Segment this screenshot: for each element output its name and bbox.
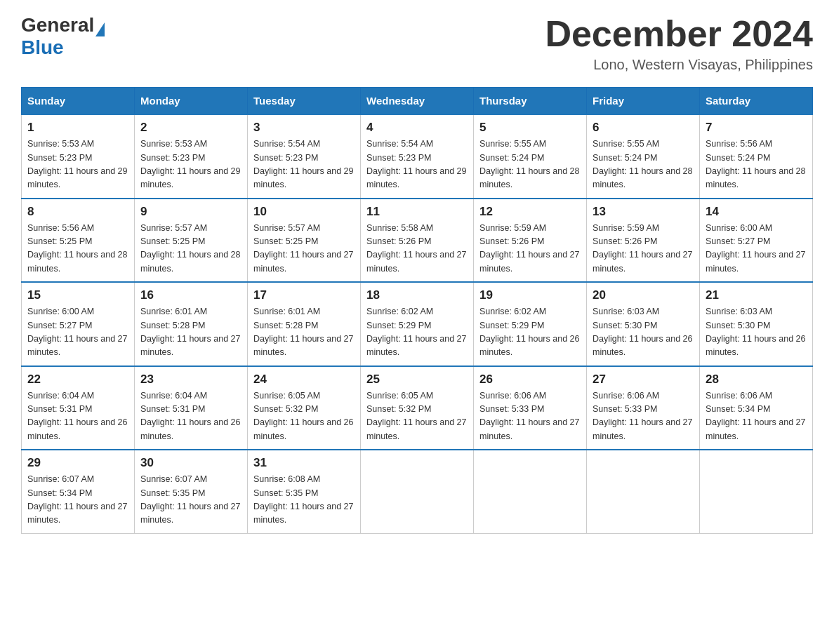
table-row: 9 Sunrise: 5:57 AM Sunset: 5:25 PM Dayli… <box>135 199 248 283</box>
day-number: 3 <box>253 121 355 135</box>
calendar-week-row: 8 Sunrise: 5:56 AM Sunset: 5:25 PM Dayli… <box>22 199 813 283</box>
day-info: Sunrise: 6:05 AM Sunset: 5:32 PM Dayligh… <box>253 389 355 444</box>
table-row: 5 Sunrise: 5:55 AM Sunset: 5:24 PM Dayli… <box>474 114 587 199</box>
day-info: Sunrise: 6:06 AM Sunset: 5:33 PM Dayligh… <box>593 389 694 444</box>
day-info: Sunrise: 5:59 AM Sunset: 5:26 PM Dayligh… <box>479 222 581 276</box>
day-number: 25 <box>366 373 468 387</box>
table-row: 28 Sunrise: 6:06 AM Sunset: 5:34 PM Dayl… <box>700 366 813 450</box>
col-header-wednesday: Wednesday <box>361 88 474 115</box>
table-row: 6 Sunrise: 5:55 AM Sunset: 5:24 PM Dayli… <box>587 114 700 199</box>
day-number: 24 <box>253 373 355 387</box>
day-info: Sunrise: 5:54 AM Sunset: 5:23 PM Dayligh… <box>253 137 355 192</box>
table-row: 27 Sunrise: 6:06 AM Sunset: 5:33 PM Dayl… <box>587 366 700 450</box>
table-row: 7 Sunrise: 5:56 AM Sunset: 5:24 PM Dayli… <box>700 114 813 199</box>
table-row: 21 Sunrise: 6:03 AM Sunset: 5:30 PM Dayl… <box>700 282 813 366</box>
day-number: 12 <box>479 205 581 219</box>
day-number: 10 <box>253 205 355 219</box>
table-row <box>474 450 587 533</box>
day-info: Sunrise: 6:01 AM Sunset: 5:28 PM Dayligh… <box>253 305 355 360</box>
table-row: 29 Sunrise: 6:07 AM Sunset: 5:34 PM Dayl… <box>22 450 135 533</box>
table-row: 8 Sunrise: 5:56 AM Sunset: 5:25 PM Dayli… <box>22 199 135 283</box>
day-number: 22 <box>27 373 128 387</box>
table-row: 16 Sunrise: 6:01 AM Sunset: 5:28 PM Dayl… <box>135 282 248 366</box>
table-row: 30 Sunrise: 6:07 AM Sunset: 5:35 PM Dayl… <box>135 450 248 533</box>
table-row <box>361 450 474 533</box>
col-header-thursday: Thursday <box>474 88 587 115</box>
table-row: 18 Sunrise: 6:02 AM Sunset: 5:29 PM Dayl… <box>361 282 474 366</box>
table-row: 24 Sunrise: 6:05 AM Sunset: 5:32 PM Dayl… <box>248 366 361 450</box>
day-number: 20 <box>593 288 694 302</box>
day-info: Sunrise: 6:01 AM Sunset: 5:28 PM Dayligh… <box>140 305 241 360</box>
table-row: 23 Sunrise: 6:04 AM Sunset: 5:31 PM Dayl… <box>135 366 248 450</box>
day-info: Sunrise: 6:04 AM Sunset: 5:31 PM Dayligh… <box>140 389 241 444</box>
page-header: General Blue December 2024 Lono, Western… <box>21 14 813 73</box>
day-number: 16 <box>140 288 241 302</box>
day-info: Sunrise: 5:58 AM Sunset: 5:26 PM Dayligh… <box>366 222 468 276</box>
day-info: Sunrise: 6:02 AM Sunset: 5:29 PM Dayligh… <box>366 305 468 360</box>
table-row <box>700 450 813 533</box>
table-row: 3 Sunrise: 5:54 AM Sunset: 5:23 PM Dayli… <box>248 114 361 199</box>
day-number: 26 <box>479 373 581 387</box>
day-number: 5 <box>479 121 581 135</box>
day-info: Sunrise: 5:57 AM Sunset: 5:25 PM Dayligh… <box>253 222 355 276</box>
table-row <box>587 450 700 533</box>
col-header-friday: Friday <box>587 88 700 115</box>
calendar-table: Sunday Monday Tuesday Wednesday Thursday… <box>21 87 813 534</box>
day-info: Sunrise: 5:57 AM Sunset: 5:25 PM Dayligh… <box>140 222 241 276</box>
day-number: 30 <box>140 456 241 470</box>
day-number: 11 <box>366 205 468 219</box>
table-row: 2 Sunrise: 5:53 AM Sunset: 5:23 PM Dayli… <box>135 114 248 199</box>
calendar-week-row: 15 Sunrise: 6:00 AM Sunset: 5:27 PM Dayl… <box>22 282 813 366</box>
day-number: 27 <box>593 373 694 387</box>
table-row: 11 Sunrise: 5:58 AM Sunset: 5:26 PM Dayl… <box>361 199 474 283</box>
day-number: 2 <box>140 121 241 135</box>
day-number: 21 <box>706 288 807 302</box>
day-info: Sunrise: 6:06 AM Sunset: 5:34 PM Dayligh… <box>706 389 807 444</box>
col-header-tuesday: Tuesday <box>248 88 361 115</box>
day-number: 28 <box>706 373 807 387</box>
table-row: 20 Sunrise: 6:03 AM Sunset: 5:30 PM Dayl… <box>587 282 700 366</box>
calendar-week-row: 1 Sunrise: 5:53 AM Sunset: 5:23 PM Dayli… <box>22 114 813 199</box>
table-row: 12 Sunrise: 5:59 AM Sunset: 5:26 PM Dayl… <box>474 199 587 283</box>
location-subtitle: Lono, Western Visayas, Philippines <box>545 57 813 73</box>
table-row: 1 Sunrise: 5:53 AM Sunset: 5:23 PM Dayli… <box>22 114 135 199</box>
day-number: 19 <box>479 288 581 302</box>
day-info: Sunrise: 5:55 AM Sunset: 5:24 PM Dayligh… <box>479 137 581 192</box>
day-number: 9 <box>140 205 241 219</box>
day-number: 14 <box>706 205 807 219</box>
table-row: 17 Sunrise: 6:01 AM Sunset: 5:28 PM Dayl… <box>248 282 361 366</box>
table-row: 22 Sunrise: 6:04 AM Sunset: 5:31 PM Dayl… <box>22 366 135 450</box>
table-row: 19 Sunrise: 6:02 AM Sunset: 5:29 PM Dayl… <box>474 282 587 366</box>
table-row: 10 Sunrise: 5:57 AM Sunset: 5:25 PM Dayl… <box>248 199 361 283</box>
table-row: 25 Sunrise: 6:05 AM Sunset: 5:32 PM Dayl… <box>361 366 474 450</box>
table-row: 15 Sunrise: 6:00 AM Sunset: 5:27 PM Dayl… <box>22 282 135 366</box>
day-info: Sunrise: 5:53 AM Sunset: 5:23 PM Dayligh… <box>140 137 241 192</box>
calendar-week-row: 22 Sunrise: 6:04 AM Sunset: 5:31 PM Dayl… <box>22 366 813 450</box>
day-info: Sunrise: 6:05 AM Sunset: 5:32 PM Dayligh… <box>366 389 468 444</box>
day-number: 23 <box>140 373 241 387</box>
day-info: Sunrise: 6:06 AM Sunset: 5:33 PM Dayligh… <box>479 389 581 444</box>
day-info: Sunrise: 5:56 AM Sunset: 5:24 PM Dayligh… <box>706 137 807 192</box>
col-header-sunday: Sunday <box>22 88 135 115</box>
day-info: Sunrise: 6:02 AM Sunset: 5:29 PM Dayligh… <box>479 305 581 360</box>
day-info: Sunrise: 5:59 AM Sunset: 5:26 PM Dayligh… <box>593 222 694 276</box>
logo: General Blue <box>21 14 105 59</box>
col-header-monday: Monday <box>135 88 248 115</box>
day-info: Sunrise: 5:53 AM Sunset: 5:23 PM Dayligh… <box>27 137 128 192</box>
day-number: 13 <box>593 205 694 219</box>
col-header-saturday: Saturday <box>700 88 813 115</box>
day-number: 6 <box>593 121 694 135</box>
day-number: 15 <box>27 288 128 302</box>
day-info: Sunrise: 6:07 AM Sunset: 5:34 PM Dayligh… <box>27 473 128 528</box>
day-number: 17 <box>253 288 355 302</box>
table-row: 13 Sunrise: 5:59 AM Sunset: 5:26 PM Dayl… <box>587 199 700 283</box>
day-info: Sunrise: 5:54 AM Sunset: 5:23 PM Dayligh… <box>366 137 468 192</box>
table-row: 4 Sunrise: 5:54 AM Sunset: 5:23 PM Dayli… <box>361 114 474 199</box>
day-number: 4 <box>366 121 468 135</box>
day-info: Sunrise: 6:03 AM Sunset: 5:30 PM Dayligh… <box>593 305 694 360</box>
day-info: Sunrise: 6:00 AM Sunset: 5:27 PM Dayligh… <box>27 305 128 360</box>
month-title: December 2024 <box>545 14 813 54</box>
day-number: 31 <box>253 456 355 470</box>
logo-triangle-icon <box>95 22 105 36</box>
day-info: Sunrise: 6:00 AM Sunset: 5:27 PM Dayligh… <box>706 222 807 276</box>
